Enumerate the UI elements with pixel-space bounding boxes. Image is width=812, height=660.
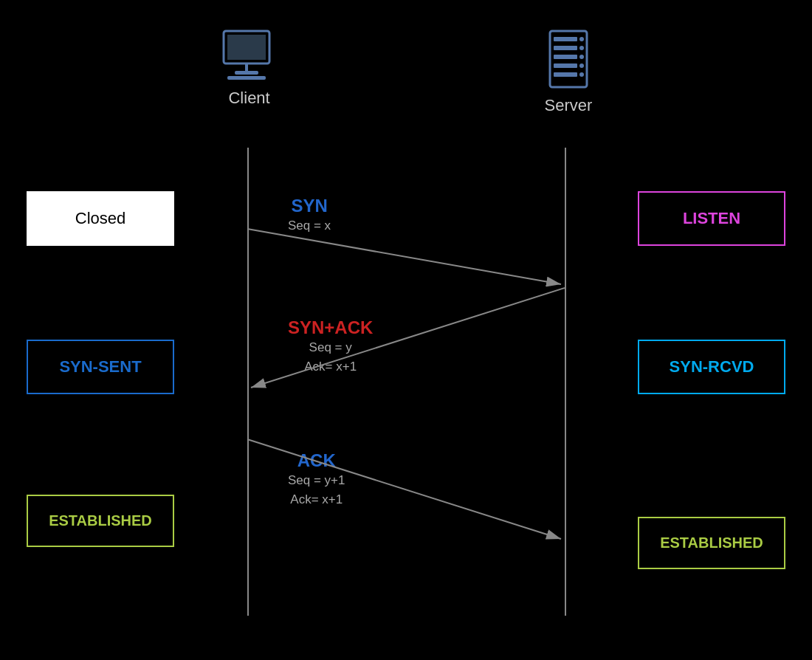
svg-point-14 [579, 63, 584, 68]
svg-rect-3 [235, 71, 258, 75]
server-icon [546, 30, 591, 89]
server-entity: Server [545, 30, 593, 115]
server-label: Server [545, 96, 593, 115]
computer-icon [220, 30, 279, 81]
client-established-state: ESTABLISHED [27, 495, 174, 547]
synack-message-label: SYN+ACK Seq = y Ack= x+1 [288, 317, 373, 376]
server-listen-label: LISTEN [683, 209, 740, 227]
server-established-state: ESTABLISHED [638, 517, 785, 569]
syn-arrow [247, 229, 561, 284]
syn-type: SYN [288, 196, 331, 216]
synack-type: SYN+ACK [288, 317, 373, 338]
svg-rect-4 [227, 76, 266, 80]
svg-rect-1 [227, 35, 266, 60]
ack-type: ACK [288, 450, 345, 471]
svg-rect-7 [554, 46, 577, 50]
client-label: Client [228, 89, 269, 108]
client-entity: Client [220, 30, 279, 115]
server-established-label: ESTABLISHED [660, 534, 763, 551]
svg-point-11 [579, 37, 584, 41]
svg-point-15 [579, 72, 584, 77]
svg-rect-6 [554, 37, 577, 41]
svg-point-13 [579, 55, 584, 59]
ack-message-label: ACK Seq = y+1 Ack= x+1 [288, 450, 345, 509]
synack-details: Seq = y Ack= x+1 [288, 338, 373, 376]
ack-details: Seq = y+1 Ack= x+1 [288, 471, 345, 509]
svg-point-12 [579, 46, 584, 50]
client-syn-sent-state: SYN-SENT [27, 340, 174, 394]
syn-details: Seq = x [288, 216, 331, 236]
client-closed-label: Closed [75, 209, 125, 227]
server-vertical-line [565, 148, 566, 616]
svg-rect-9 [554, 63, 577, 68]
server-syn-rcvd-label: SYN-RCVD [670, 357, 754, 376]
server-listen-state: LISTEN [638, 191, 785, 246]
server-syn-rcvd-state: SYN-RCVD [638, 340, 785, 394]
client-syn-sent-label: SYN-SENT [59, 357, 141, 376]
client-established-label: ESTABLISHED [49, 512, 152, 529]
svg-rect-2 [245, 63, 248, 71]
client-closed-state: Closed [27, 191, 174, 246]
syn-message-label: SYN Seq = x [288, 196, 331, 236]
svg-rect-8 [554, 55, 577, 59]
client-vertical-line [247, 148, 249, 616]
entities-row: Client Server [0, 0, 812, 115]
svg-rect-10 [554, 72, 577, 77]
